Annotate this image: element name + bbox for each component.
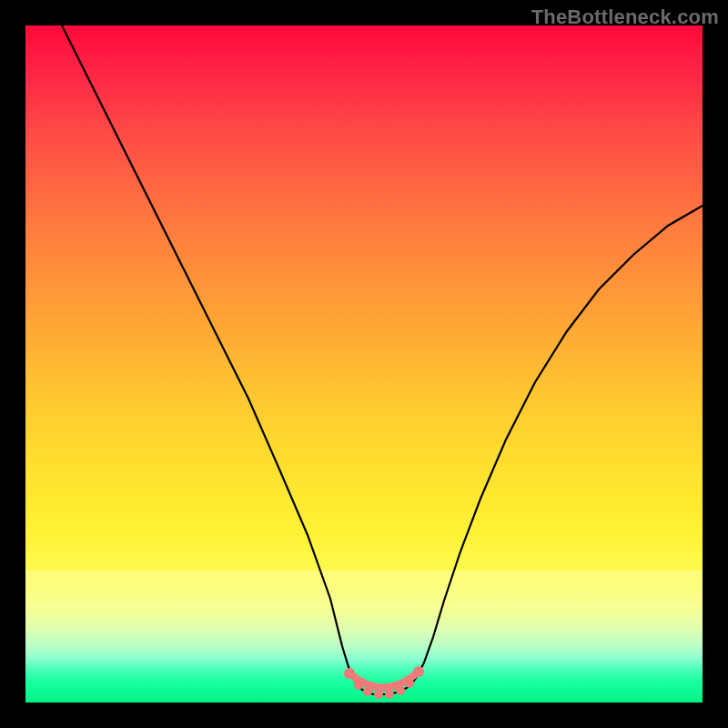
curve-path bbox=[62, 25, 703, 694]
watermark-text: TheBottleneck.com bbox=[531, 5, 719, 29]
chart-frame: TheBottleneck.com bbox=[0, 0, 728, 728]
plot-area bbox=[25, 25, 703, 703]
bottleneck-curve bbox=[25, 25, 703, 703]
